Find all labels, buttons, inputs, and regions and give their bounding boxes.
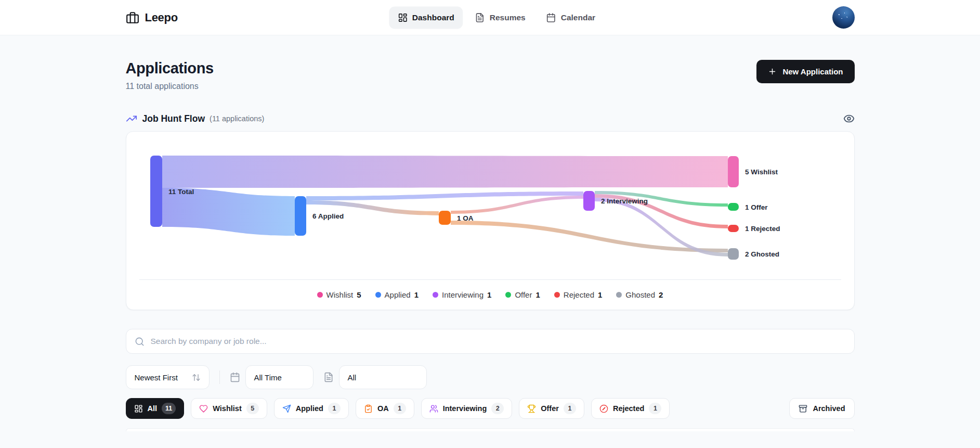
chip-label: Rejected xyxy=(613,404,644,413)
legend-label: Wishlist xyxy=(326,290,354,299)
legend-count: 1 xyxy=(598,290,602,299)
legend-label: Applied xyxy=(385,290,411,299)
new-application-button[interactable]: New Application xyxy=(756,60,854,83)
search-bar xyxy=(126,329,855,354)
legend-label: Interviewing xyxy=(442,290,484,299)
clipboard-check-icon xyxy=(364,404,373,413)
legend-dot xyxy=(616,292,622,298)
chip-count-badge: 1 xyxy=(649,403,661,414)
sankey-node-offer[interactable] xyxy=(728,203,739,211)
tab-dashboard[interactable]: Dashboard xyxy=(389,6,463,29)
legend-label: Rejected xyxy=(564,290,594,299)
legend-item-wishlist: Wishlist5 xyxy=(317,290,361,299)
sankey-node-rejected[interactable] xyxy=(728,225,739,232)
trophy-icon xyxy=(527,404,536,413)
time-filter-select[interactable]: All Time xyxy=(245,365,313,389)
sankey-node-label-applied: 6 Applied xyxy=(312,212,344,220)
archived-label: Archived xyxy=(813,404,845,413)
sankey-node-ghosted[interactable] xyxy=(728,248,739,260)
legend-label: Offer xyxy=(515,290,532,299)
sort-value: Newest First xyxy=(135,373,178,382)
legend-dot xyxy=(554,292,560,298)
next-card-edge xyxy=(126,428,855,431)
new-application-label: New Application xyxy=(782,67,843,76)
filter-chip-all[interactable]: All11 xyxy=(126,398,185,419)
sankey-node-label-total: 11 Total xyxy=(168,188,194,196)
filter-chip-rejected[interactable]: Rejected1 xyxy=(591,398,670,419)
chip-count-badge: 11 xyxy=(162,403,176,414)
sankey-node-label-offer: 1 Offer xyxy=(745,203,768,211)
filter-chip-applied[interactable]: Applied1 xyxy=(274,398,349,419)
legend-dot xyxy=(375,292,381,298)
sankey-node-applied[interactable] xyxy=(295,196,306,236)
brand-name: Leepo xyxy=(145,11,178,24)
trending-up-icon xyxy=(126,113,137,124)
divider xyxy=(219,370,220,384)
toggle-visibility-button[interactable] xyxy=(843,113,855,124)
chip-label: OA xyxy=(377,404,389,413)
brand[interactable]: Leepo xyxy=(126,11,178,24)
sankey-node-wishlist[interactable] xyxy=(728,156,739,187)
flow-total-wishlist xyxy=(162,156,728,188)
send-icon xyxy=(282,404,291,413)
legend-count: 1 xyxy=(535,290,540,299)
avatar[interactable] xyxy=(832,6,855,29)
tab-resumes[interactable]: Resumes xyxy=(466,6,534,29)
calendar-filter-icon xyxy=(230,372,240,382)
filter-chip-offer[interactable]: Offer1 xyxy=(519,398,584,419)
legend-dot xyxy=(505,292,511,298)
page-title: Applications xyxy=(126,60,214,77)
legend-count: 1 xyxy=(487,290,491,299)
legend-label: Ghosted xyxy=(625,290,655,299)
filter-row: Newest First All Time All xyxy=(126,365,855,389)
filter-chip-interviewing[interactable]: Interviewing2 xyxy=(421,398,513,419)
archived-button[interactable]: Archived xyxy=(789,398,854,419)
dashboard-grid-icon xyxy=(398,12,408,22)
chip-count-badge: 1 xyxy=(564,403,576,414)
legend-item-interviewing: Interviewing1 xyxy=(433,290,491,299)
sankey-node-label-ghosted: 2 Ghosted xyxy=(745,250,779,258)
sankey-node-oa[interactable] xyxy=(439,211,451,225)
legend-item-ghosted: Ghosted2 xyxy=(616,290,663,299)
legend-item-rejected: Rejected1 xyxy=(554,290,603,299)
sankey-node-total[interactable] xyxy=(150,156,162,227)
sankey-node-interviewing[interactable] xyxy=(583,191,595,211)
nav-tabs: Dashboard Resumes Calendar xyxy=(389,6,604,29)
filter-chip-oa[interactable]: OA1 xyxy=(356,398,414,419)
chip-label: Wishlist xyxy=(213,404,241,413)
chip-count-badge: 5 xyxy=(246,403,259,414)
archive-icon xyxy=(799,404,807,413)
legend-count: 5 xyxy=(357,290,361,299)
sankey-node-label-rejected: 1 Rejected xyxy=(745,225,780,233)
tab-calendar[interactable]: Calendar xyxy=(538,6,604,29)
sort-select[interactable]: Newest First xyxy=(126,365,210,389)
calendar-icon xyxy=(546,12,556,22)
page-subtitle: 11 total applications xyxy=(126,82,214,91)
legend-dot xyxy=(317,292,323,298)
main-content: Applications 11 total applications New A… xyxy=(126,60,855,431)
legend-count: 1 xyxy=(414,290,419,299)
grid-icon xyxy=(134,404,143,413)
search-input[interactable] xyxy=(151,337,846,346)
tab-label: Calendar xyxy=(561,13,595,22)
sankey-chart: 11 Total6 Applied1 OA2 Interviewing5 Wis… xyxy=(126,132,854,279)
flow-oa-interviewing xyxy=(451,196,583,214)
sankey-node-label-interviewing: 2 Interviewing xyxy=(601,197,648,205)
circle-x-icon xyxy=(599,404,608,413)
type-filter-select[interactable]: All xyxy=(339,365,427,389)
chip-label: Applied xyxy=(296,404,323,413)
top-nav: Leepo Dashboard Resumes Calendar xyxy=(0,0,980,35)
sankey-card: 11 Total6 Applied1 OA2 Interviewing5 Wis… xyxy=(126,131,855,310)
file-text-icon xyxy=(475,12,485,22)
status-chips-row: All11Wishlist5Applied1OA1Interviewing2Of… xyxy=(126,398,855,419)
chip-label: Offer xyxy=(541,404,559,413)
chip-count-badge: 1 xyxy=(394,403,406,414)
eye-icon xyxy=(843,113,855,124)
sankey-svg: 11 Total6 Applied1 OA2 Interviewing5 Wis… xyxy=(126,132,855,279)
filter-chip-wishlist[interactable]: Wishlist5 xyxy=(191,398,267,419)
search-icon xyxy=(135,337,145,347)
heart-icon xyxy=(199,404,208,413)
arrow-up-down-icon xyxy=(192,373,201,382)
plus-icon xyxy=(768,67,777,76)
chip-count-badge: 1 xyxy=(328,403,341,414)
